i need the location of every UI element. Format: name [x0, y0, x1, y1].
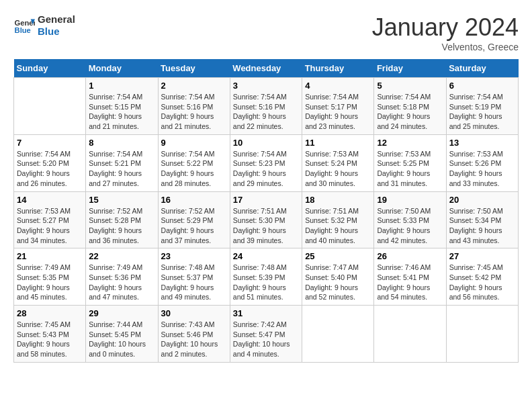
day-info: Sunrise: 7:45 AMSunset: 5:42 PMDaylight:…: [449, 263, 515, 302]
day-info: Sunrise: 7:54 AMSunset: 5:21 PMDaylight:…: [89, 149, 154, 189]
weekday-header-row: SundayMondayTuesdayWednesdayThursdayFrid…: [14, 59, 519, 78]
day-number: 10: [233, 138, 299, 148]
weekday-header: Tuesday: [158, 59, 230, 78]
logo: General Blue General Blue: [13, 13, 75, 38]
month-title: January 2024: [372, 13, 519, 42]
calendar-cell: 3Sunrise: 7:54 AMSunset: 5:16 PMDaylight…: [230, 78, 302, 135]
day-number: 24: [233, 251, 299, 261]
day-info: Sunrise: 7:51 AMSunset: 5:32 PMDaylight:…: [305, 206, 371, 246]
day-number: 1: [89, 81, 154, 91]
day-info: Sunrise: 7:48 AMSunset: 5:39 PMDaylight:…: [233, 263, 299, 302]
calendar-cell: 15Sunrise: 7:52 AMSunset: 5:28 PMDayligh…: [86, 191, 158, 248]
page-header: General Blue General Blue January 2024 V…: [13, 13, 519, 52]
calendar-cell: 22Sunrise: 7:49 AMSunset: 5:36 PMDayligh…: [86, 248, 158, 306]
logo-text: General Blue: [38, 13, 75, 38]
calendar-cell: 19Sunrise: 7:50 AMSunset: 5:33 PMDayligh…: [374, 191, 446, 248]
day-info: Sunrise: 7:44 AMSunset: 5:45 PMDaylight:…: [89, 320, 154, 359]
calendar-cell: 18Sunrise: 7:51 AMSunset: 5:32 PMDayligh…: [302, 191, 374, 248]
day-number: 3: [233, 81, 299, 91]
day-info: Sunrise: 7:53 AMSunset: 5:27 PMDaylight:…: [17, 206, 83, 246]
calendar-cell: [374, 306, 446, 363]
day-info: Sunrise: 7:54 AMSunset: 5:16 PMDaylight:…: [161, 92, 227, 132]
day-number: 25: [305, 251, 371, 261]
day-info: Sunrise: 7:54 AMSunset: 5:20 PMDaylight:…: [17, 149, 83, 189]
day-info: Sunrise: 7:48 AMSunset: 5:37 PMDaylight:…: [161, 263, 227, 302]
day-number: 2: [161, 81, 227, 91]
calendar-week-row: 28Sunrise: 7:45 AMSunset: 5:43 PMDayligh…: [14, 306, 519, 363]
day-number: 11: [305, 138, 371, 148]
day-number: 9: [161, 138, 227, 148]
day-info: Sunrise: 7:53 AMSunset: 5:26 PMDaylight:…: [449, 149, 515, 189]
calendar-cell: 4Sunrise: 7:54 AMSunset: 5:17 PMDaylight…: [302, 78, 374, 135]
day-number: 15: [89, 195, 154, 205]
calendar-week-row: 7Sunrise: 7:54 AMSunset: 5:20 PMDaylight…: [14, 134, 519, 191]
calendar-cell: 29Sunrise: 7:44 AMSunset: 5:45 PMDayligh…: [86, 306, 158, 363]
day-info: Sunrise: 7:50 AMSunset: 5:34 PMDaylight:…: [449, 206, 515, 246]
weekday-header: Saturday: [446, 59, 518, 78]
calendar-cell: 11Sunrise: 7:53 AMSunset: 5:24 PMDayligh…: [302, 134, 374, 191]
calendar-cell: 27Sunrise: 7:45 AMSunset: 5:42 PMDayligh…: [446, 248, 518, 306]
day-info: Sunrise: 7:54 AMSunset: 5:15 PMDaylight:…: [89, 92, 154, 132]
weekday-header: Friday: [374, 59, 446, 78]
day-info: Sunrise: 7:52 AMSunset: 5:29 PMDaylight:…: [161, 206, 227, 246]
day-info: Sunrise: 7:47 AMSunset: 5:40 PMDaylight:…: [305, 263, 371, 302]
day-number: 4: [305, 81, 371, 91]
calendar-cell: 8Sunrise: 7:54 AMSunset: 5:21 PMDaylight…: [86, 134, 158, 191]
svg-text:Blue: Blue: [15, 26, 31, 34]
weekday-header: Thursday: [302, 59, 374, 78]
calendar-cell: 2Sunrise: 7:54 AMSunset: 5:16 PMDaylight…: [158, 78, 230, 135]
calendar-cell: 24Sunrise: 7:48 AMSunset: 5:39 PMDayligh…: [230, 248, 302, 306]
calendar-cell: 16Sunrise: 7:52 AMSunset: 5:29 PMDayligh…: [158, 191, 230, 248]
calendar-week-row: 21Sunrise: 7:49 AMSunset: 5:35 PMDayligh…: [14, 248, 519, 306]
calendar-cell: 17Sunrise: 7:51 AMSunset: 5:30 PMDayligh…: [230, 191, 302, 248]
day-info: Sunrise: 7:54 AMSunset: 5:17 PMDaylight:…: [305, 92, 371, 132]
day-number: 29: [89, 308, 154, 318]
calendar-cell: [302, 306, 374, 363]
day-number: 13: [449, 138, 515, 148]
day-number: 27: [449, 251, 515, 261]
day-info: Sunrise: 7:49 AMSunset: 5:36 PMDaylight:…: [89, 263, 154, 302]
calendar-cell: 21Sunrise: 7:49 AMSunset: 5:35 PMDayligh…: [14, 248, 86, 306]
day-number: 28: [17, 308, 83, 318]
calendar-cell: 13Sunrise: 7:53 AMSunset: 5:26 PMDayligh…: [446, 134, 518, 191]
calendar-cell: 5Sunrise: 7:54 AMSunset: 5:18 PMDaylight…: [374, 78, 446, 135]
calendar-cell: 1Sunrise: 7:54 AMSunset: 5:15 PMDaylight…: [86, 78, 158, 135]
day-number: 20: [449, 195, 515, 205]
day-number: 30: [161, 308, 227, 318]
day-info: Sunrise: 7:53 AMSunset: 5:25 PMDaylight:…: [377, 149, 443, 189]
calendar-table: SundayMondayTuesdayWednesdayThursdayFrid…: [13, 59, 519, 363]
calendar-cell: 28Sunrise: 7:45 AMSunset: 5:43 PMDayligh…: [14, 306, 86, 363]
day-number: 8: [89, 138, 154, 148]
day-number: 31: [233, 308, 299, 318]
day-info: Sunrise: 7:42 AMSunset: 5:47 PMDaylight:…: [233, 320, 299, 359]
day-info: Sunrise: 7:49 AMSunset: 5:35 PMDaylight:…: [17, 263, 83, 302]
calendar-cell: 23Sunrise: 7:48 AMSunset: 5:37 PMDayligh…: [158, 248, 230, 306]
calendar-cell: [14, 78, 86, 135]
calendar-cell: 10Sunrise: 7:54 AMSunset: 5:23 PMDayligh…: [230, 134, 302, 191]
calendar-cell: 31Sunrise: 7:42 AMSunset: 5:47 PMDayligh…: [230, 306, 302, 363]
day-number: 22: [89, 251, 154, 261]
day-number: 7: [17, 138, 83, 148]
day-info: Sunrise: 7:51 AMSunset: 5:30 PMDaylight:…: [233, 206, 299, 246]
logo-icon: General Blue: [13, 15, 35, 36]
day-info: Sunrise: 7:52 AMSunset: 5:28 PMDaylight:…: [89, 206, 154, 246]
day-number: 12: [377, 138, 443, 148]
day-number: 21: [17, 251, 83, 261]
day-number: 16: [161, 195, 227, 205]
weekday-header: Wednesday: [230, 59, 302, 78]
calendar-cell: 20Sunrise: 7:50 AMSunset: 5:34 PMDayligh…: [446, 191, 518, 248]
calendar-cell: 14Sunrise: 7:53 AMSunset: 5:27 PMDayligh…: [14, 191, 86, 248]
calendar-cell: 25Sunrise: 7:47 AMSunset: 5:40 PMDayligh…: [302, 248, 374, 306]
calendar-cell: 12Sunrise: 7:53 AMSunset: 5:25 PMDayligh…: [374, 134, 446, 191]
day-number: 23: [161, 251, 227, 261]
title-block: January 2024 Velventos, Greece: [372, 13, 519, 52]
day-number: 18: [305, 195, 371, 205]
calendar-cell: 26Sunrise: 7:46 AMSunset: 5:41 PMDayligh…: [374, 248, 446, 306]
day-number: 17: [233, 195, 299, 205]
day-number: 26: [377, 251, 443, 261]
calendar-week-row: 1Sunrise: 7:54 AMSunset: 5:15 PMDaylight…: [14, 78, 519, 135]
day-number: 5: [377, 81, 443, 91]
calendar-cell: 7Sunrise: 7:54 AMSunset: 5:20 PMDaylight…: [14, 134, 86, 191]
day-info: Sunrise: 7:54 AMSunset: 5:23 PMDaylight:…: [233, 149, 299, 189]
weekday-header: Sunday: [14, 59, 86, 78]
